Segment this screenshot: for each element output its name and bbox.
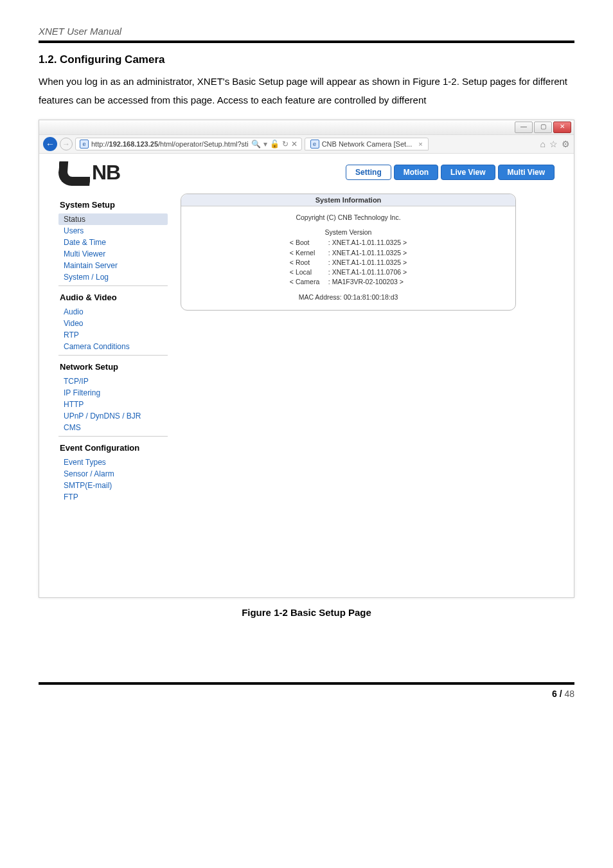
version-row: < Camera : MA1F3VR-02-100203 > [290,277,407,287]
sidebar-item-camera-conditions[interactable]: Camera Conditions [58,341,168,352]
sidebar-item-audio[interactable]: Audio [58,306,168,318]
sidebar: System Setup Status Users Date & Time Mu… [58,194,168,503]
sidebar-item-smtp-email[interactable]: SMTP(E-mail) [58,480,168,491]
panel-body: Copyright (C) CNB Technology Inc. System… [181,206,515,310]
sidebar-separator [58,285,168,286]
footer-rule [39,682,574,685]
page-content: NB Setting Motion Live View Multi View S… [39,154,574,597]
version-row: < Local : XNET.A1-1.01.11.0706 > [290,267,407,277]
refresh-icon[interactable]: ↻ [282,140,289,149]
version-row: < Root : XNET.A1-1.01.11.0325 > [290,258,407,267]
version-val: : MA1F3VR-02-100203 > [328,277,404,287]
sidebar-item-ftp[interactable]: FTP [58,491,168,503]
nav-forward-button[interactable]: → [60,138,73,150]
logo-swoosh-icon [58,161,92,186]
sidebar-separator [58,355,168,356]
sidebar-group-network-setup: Network Setup [58,359,168,374]
sidebar-item-status[interactable]: Status [58,213,168,225]
tools-icon[interactable]: ⚙ [562,139,570,149]
doc-header: XNET User Manual [39,26,574,37]
sidebar-item-ip-filtering[interactable]: IP Filtering [58,387,168,399]
sidebar-item-rtp[interactable]: RTP [58,329,168,341]
window-minimize-button[interactable]: — [515,122,533,133]
intro-paragraph: When you log in as an administrator, XNE… [39,73,574,109]
sidebar-group-event-configuration: Event Configuration [58,440,168,455]
version-key: < Root [290,258,328,267]
stop-icon[interactable]: ✕ [291,140,298,149]
cnb-logo: NB [58,160,120,185]
version-key: < Kernel [290,248,328,258]
logo-text: NB [92,161,120,185]
browser-window: — ▢ ✕ ← → e http://192.168.123.25/html/o… [39,120,574,598]
top-tabs: Setting Motion Live View Multi View [346,165,555,180]
nav-back-button[interactable]: ← [43,137,57,151]
header-rule [39,41,574,43]
sidebar-item-cms[interactable]: CMS [58,422,168,433]
copyright-text: Copyright (C) CNB Technology Inc. [200,213,496,222]
sidebar-item-multi-viewer[interactable]: Multi Viewer [58,248,168,260]
sidebar-item-event-types[interactable]: Event Types [58,457,168,468]
window-controls: — ▢ ✕ [39,120,574,135]
version-row: < Boot : XNET.A1-1.01.11.0325 > [290,238,407,248]
sidebar-item-tcpip[interactable]: TCP/IP [58,375,168,387]
tab-close-icon[interactable]: × [418,140,422,148]
sidebar-item-upnp-dyndns-bjr[interactable]: UPnP / DynDNS / BJR [58,410,168,422]
address-bar[interactable]: e http://192.168.123.25/html/operator/Se… [75,138,302,150]
version-title: System Version [290,228,407,237]
version-key: < Boot [290,238,328,248]
tab-setting[interactable]: Setting [346,165,391,180]
version-val: : XNET.A1-1.01.11.0325 > [328,258,407,267]
address-row: ← → e http://192.168.123.25/html/operato… [39,135,574,154]
system-info-panel: System Information Copyright (C) CNB Tec… [181,194,516,311]
ie-favicon-icon: e [310,140,319,149]
sidebar-separator [58,436,168,437]
sidebar-item-sensor-alarm[interactable]: Sensor / Alarm [58,468,168,480]
version-row: < Kernel : XNET.A1-1.01.11.0325 > [290,248,407,258]
sidebar-item-users[interactable]: Users [58,225,168,237]
figure-caption: Figure 1-2 Basic Setup Page [39,607,574,618]
sidebar-item-http[interactable]: HTTP [58,399,168,410]
arrow-left-icon: ← [46,139,55,149]
sidebar-group-system-setup: System Setup [58,197,168,212]
version-table: System Version < Boot : XNET.A1-1.01.11.… [290,228,407,287]
sidebar-item-system-log[interactable]: System / Log [58,271,168,283]
lock-icon: 🔓 [270,140,280,149]
sidebar-item-video[interactable]: Video [58,318,168,329]
browser-tab[interactable]: e CNB Network Camera [Set... × [305,138,429,150]
sidebar-item-maintain-server[interactable]: Maintain Server [58,260,168,271]
sidebar-item-date-time[interactable]: Date & Time [58,237,168,248]
version-val: : XNET.A1-1.01.11.0706 > [328,267,407,277]
window-maximize-button[interactable]: ▢ [534,122,552,133]
section-title: 1.2. Configuring Camera [39,53,574,66]
main-layout: System Setup Status Users Date & Time Mu… [58,194,555,503]
tab-multi-view[interactable]: Multi View [498,165,555,180]
dropdown-icon[interactable]: ▾ [263,140,267,149]
version-key: < Local [290,267,328,277]
panel-header: System Information [181,194,515,206]
page-number: 6 / 48 [39,689,574,699]
arrow-right-icon: → [62,140,70,149]
version-key: < Camera [290,277,328,287]
main-panel: System Information Copyright (C) CNB Tec… [181,194,555,311]
window-close-button[interactable]: ✕ [553,122,571,133]
tab-live-view[interactable]: Live View [441,165,495,180]
url-text: http://192.168.123.25/html/operator/Setu… [91,140,249,148]
tab-title: CNB Network Camera [Set... [322,140,413,148]
app-topbar: NB Setting Motion Live View Multi View [58,160,555,185]
home-icon[interactable]: ⌂ [540,139,546,149]
tab-motion[interactable]: Motion [394,165,438,180]
mac-address: MAC Address: 00:1a:81:00:18:d3 [200,293,496,302]
version-val: : XNET.A1-1.01.11.0325 > [328,238,407,248]
toolbar-icons: ⌂ ☆ ⚙ [540,139,570,149]
sidebar-group-audio-video: Audio & Video [58,290,168,305]
ie-favicon-icon: e [80,140,89,149]
version-val: : XNET.A1-1.01.11.0325 > [328,248,407,258]
search-icon[interactable]: 🔍 [251,140,261,149]
favorites-icon[interactable]: ☆ [549,139,558,149]
